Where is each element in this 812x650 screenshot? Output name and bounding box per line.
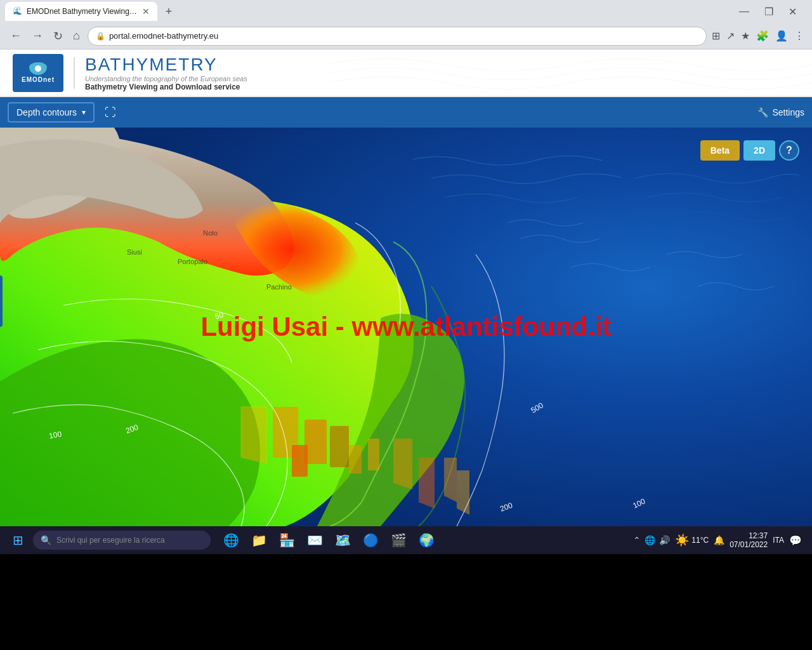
translate-icon[interactable]: ⊞ bbox=[712, 30, 720, 42]
notifications-bell[interactable]: 🔔 bbox=[714, 535, 724, 545]
map-canvas[interactable]: 50 100 200 200 100 500 Siusi Noto Pachin… bbox=[0, 128, 812, 526]
url-input[interactable]: 🔒 portal.emodnet-bathymetry.eu bbox=[88, 27, 707, 46]
bookmark-icon[interactable]: ★ bbox=[741, 30, 750, 42]
clock-widget[interactable]: 12:37 07/01/2022 bbox=[730, 531, 768, 549]
taskbar-right: ⌃ 🌐 🔊 ☀️ 11°C 🔔 12:37 07/01/2022 ITA 💬 bbox=[633, 531, 807, 549]
url-text: portal.emodnet-bathymetry.eu bbox=[109, 31, 698, 41]
svg-text:Siusi: Siusi bbox=[127, 248, 142, 256]
dropdown-arrow-icon: ▾ bbox=[82, 108, 86, 117]
app-subtitle: Understanding the topography of the Euro… bbox=[85, 75, 247, 83]
svg-rect-7 bbox=[368, 439, 379, 470]
back-button[interactable]: ← bbox=[8, 27, 24, 45]
tab-favicon: 🌊 bbox=[13, 6, 23, 17]
header-bg-pattern bbox=[325, 50, 812, 97]
tab-title: EMODnet Bathymetry Viewing a... bbox=[27, 7, 137, 16]
taskbar-mail-icon[interactable]: ✉️ bbox=[302, 527, 327, 553]
profile-icon[interactable]: 👤 bbox=[775, 30, 788, 42]
refresh-button[interactable]: ↻ bbox=[51, 27, 65, 46]
taskbar: ⊞ 🔍 Scrivi qui per eseguire la ricerca 🌐… bbox=[0, 526, 812, 554]
new-tab-button[interactable]: + bbox=[160, 3, 178, 20]
depth-contours-dropdown[interactable]: Depth contours ▾ bbox=[8, 102, 95, 123]
svg-rect-6 bbox=[349, 445, 362, 474]
start-button[interactable]: ⊞ bbox=[5, 527, 30, 553]
lock-icon: 🔒 bbox=[96, 32, 105, 41]
close-button[interactable]: ✕ bbox=[783, 3, 802, 20]
toolbar: Depth contours ▾ ⛶ 🔧 Settings bbox=[0, 97, 812, 128]
tray-expand-icon[interactable]: ⌃ bbox=[633, 535, 641, 545]
home-button[interactable]: ⌂ bbox=[70, 27, 82, 45]
network-icon[interactable]: 🌐 bbox=[645, 535, 655, 545]
taskbar-apps: 🌐 📁 🏪 ✉️ 🗺️ 🔵 🎬 🌍 bbox=[218, 527, 439, 553]
svg-text:Noto: Noto bbox=[203, 229, 218, 237]
temperature: 11°C bbox=[691, 536, 709, 545]
toolbar-right: 🔧 Settings bbox=[757, 107, 804, 117]
active-tab[interactable]: 🌊 EMODnet Bathymetry Viewing a... ✕ bbox=[5, 2, 157, 21]
menu-icon[interactable]: ⋮ bbox=[794, 30, 804, 42]
svg-rect-5 bbox=[292, 445, 308, 477]
sun-icon: ☀️ bbox=[675, 533, 689, 547]
emodnet-logo: EMODnet bbox=[13, 54, 63, 92]
minimize-button[interactable]: — bbox=[734, 3, 754, 20]
taskbar-explorer-icon[interactable]: 📁 bbox=[246, 527, 272, 553]
volume-icon[interactable]: 🔊 bbox=[659, 535, 670, 545]
settings-icon: 🔧 bbox=[757, 107, 768, 117]
share-icon[interactable]: ↗ bbox=[726, 30, 735, 42]
header-divider bbox=[74, 57, 75, 89]
svg-text:Portopalo: Portopalo bbox=[178, 258, 207, 265]
taskbar-browser-icon[interactable]: 🌍 bbox=[414, 527, 439, 553]
taskbar-edge-icon[interactable]: 🌐 bbox=[218, 527, 244, 553]
date-display: 07/01/2022 bbox=[730, 540, 768, 549]
browser-chrome: 🌊 EMODnet Bathymetry Viewing a... ✕ + — … bbox=[0, 0, 812, 50]
depth-contours-label: Depth contours bbox=[16, 107, 77, 117]
restore-button[interactable]: ❐ bbox=[759, 3, 778, 20]
app-service: Bathymetry Viewing and Download service bbox=[85, 83, 247, 91]
time-display: 12:37 bbox=[730, 531, 768, 540]
search-bar[interactable]: 🔍 Scrivi qui per eseguire la ricerca bbox=[33, 531, 211, 550]
search-placeholder: Scrivi qui per eseguire la ricerca bbox=[56, 536, 165, 545]
header-text-block: BATHYMETRY Understanding the topography … bbox=[85, 55, 247, 91]
taskbar-maps-icon[interactable]: 🗺️ bbox=[330, 527, 355, 553]
system-tray: ⌃ 🌐 🔊 bbox=[633, 535, 670, 545]
forward-button[interactable]: → bbox=[29, 27, 46, 45]
app-title: BATHYMETRY bbox=[85, 55, 247, 75]
tab-bar: 🌊 EMODnet Bathymetry Viewing a... ✕ + — … bbox=[0, 0, 812, 23]
taskbar-vlc-icon[interactable]: 🎬 bbox=[386, 527, 411, 553]
address-actions: ⊞ ↗ ★ 🧩 👤 ⋮ bbox=[712, 30, 804, 42]
tab-close-button[interactable]: ✕ bbox=[142, 6, 150, 17]
extensions-icon[interactable]: 🧩 bbox=[756, 30, 769, 42]
taskbar-store-icon[interactable]: 🏪 bbox=[274, 527, 299, 553]
weather-widget[interactable]: ☀️ 11°C bbox=[675, 533, 709, 547]
settings-label: Settings bbox=[772, 107, 804, 117]
taskbar-chrome-icon[interactable]: 🔵 bbox=[358, 527, 383, 553]
app-header: EMODnet BATHYMETRY Understanding the top… bbox=[0, 50, 812, 97]
map-container[interactable]: 50 100 200 200 100 500 Siusi Noto Pachin… bbox=[0, 128, 812, 526]
settings-button[interactable]: 🔧 Settings bbox=[757, 107, 804, 117]
svg-text:Pachino: Pachino bbox=[266, 283, 292, 291]
notification-center-button[interactable]: 💬 bbox=[789, 534, 802, 547]
svg-rect-4 bbox=[330, 426, 349, 467]
window-controls: — ❐ ✕ bbox=[734, 3, 807, 20]
search-icon: 🔍 bbox=[41, 535, 51, 545]
expand-button[interactable]: ⛶ bbox=[100, 103, 121, 122]
address-bar: ← → ↻ ⌂ 🔒 portal.emodnet-bathymetry.eu ⊞… bbox=[0, 23, 812, 50]
windows-logo: ⊞ bbox=[13, 533, 23, 548]
svg-rect-3 bbox=[304, 420, 327, 464]
language-button[interactable]: ITA bbox=[773, 536, 784, 545]
